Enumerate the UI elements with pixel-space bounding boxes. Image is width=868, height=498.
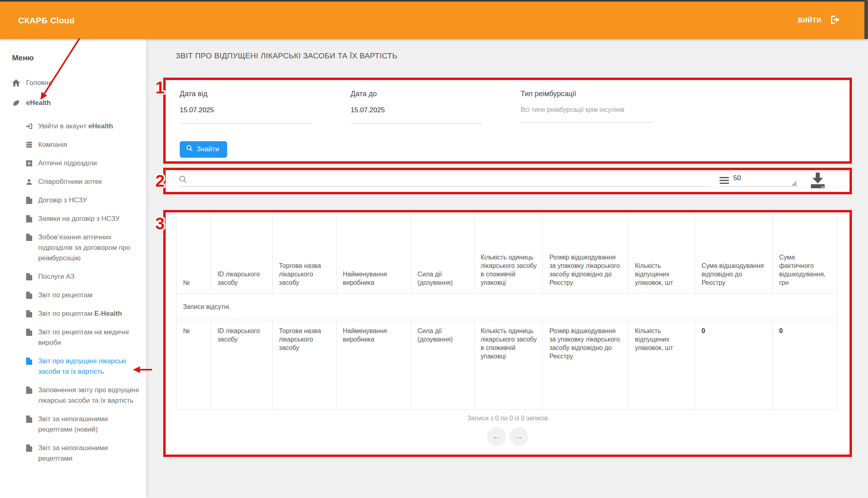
sidebar-item-ehealth[interactable]: eHealth (12, 93, 139, 113)
results-table: № ID лікарського засобу Торгова назва лі… (176, 214, 837, 410)
sidebar-item-dispensed-medicines-report[interactable]: Звіт про відпущені лікарські засоби та ї… (26, 352, 139, 381)
plus-square-icon (26, 160, 32, 167)
file-icon (26, 197, 32, 204)
reimbursement-type-select[interactable]: Всі типи реімбурсації крім інсулінів (521, 106, 665, 113)
search-icon (179, 175, 187, 185)
footer-packs-dispensed: Кількість відпущених упаковок, шт (628, 320, 695, 410)
file-icon (26, 416, 32, 423)
search-button[interactable]: Знайти (180, 141, 227, 158)
sign-out-icon (831, 15, 841, 26)
sidebar: Меню Головна eHealth Увійти в акаунт eHe… (0, 39, 146, 498)
footer-dosage: Сила дії (дозування) (411, 320, 474, 410)
sidebar-item-unredeemed-prescriptions-new[interactable]: Звіт за непогашеними рецептами (новий) (26, 410, 139, 439)
sidebar-item-nszu-contract[interactable]: Договір з НСЗУ (26, 191, 139, 210)
col-medicine-id[interactable]: ID лікарського засобу (211, 214, 272, 294)
sidebar-item-company[interactable]: Компанія (26, 136, 139, 154)
next-page-button[interactable]: → (509, 427, 528, 446)
col-packs-dispensed[interactable]: Кількість відпущених упаковок, шт (628, 214, 695, 294)
home-icon (12, 79, 20, 86)
table-footer-row: № ID лікарського засобу Торгова назва лі… (176, 320, 837, 410)
file-icon (26, 234, 32, 241)
footer-trade-name: Торгова назва лікарського засобу (272, 320, 336, 410)
reimbursement-type-field: Тип реімбурсації Всі типи реімбурсації к… (521, 90, 665, 123)
page-title: ЗВІТ ПРО ВІДПУЩЕНІ ЛІКАРСЬКІ ЗАСОБИ ТА Ї… (176, 51, 397, 60)
pagination: ← → (166, 427, 850, 446)
footer-actual-sum-total: 0 (772, 320, 837, 410)
user-icon (26, 178, 32, 185)
download-icon (810, 172, 825, 189)
sidebar-item-az-services[interactable]: Послуги АЗ (26, 268, 139, 286)
sidebar-item-unredeemed-prescriptions[interactable]: Звіт за непогашеними рецептами (26, 439, 139, 468)
file-icon (26, 215, 32, 222)
page-size-select[interactable]: 50 (733, 174, 741, 182)
table-empty-row: Записи відсутні. (176, 294, 837, 320)
reimbursement-type-label: Тип реімбурсації (521, 90, 665, 98)
logout-label: ВИЙТИ (798, 17, 821, 24)
app-header: СКАРБ Cloud ВИЙТИ (0, 2, 868, 39)
sidebar-item-prescription-report[interactable]: Звіт по рецептам (26, 286, 139, 305)
annotation-step-2: 2 (155, 171, 164, 191)
sidebar-item-ehealth-login[interactable]: Увійти в акаунт eHealth (26, 117, 139, 136)
file-icon (26, 358, 32, 365)
app-brand: СКАРБ Cloud (18, 16, 75, 25)
col-manufacturer[interactable]: Найменування виробника (336, 214, 411, 294)
annotation-step-1: 1 (155, 78, 164, 97)
date-from-input[interactable]: 15.07.2025 (180, 106, 312, 114)
reimbursement-type-underline (521, 122, 652, 123)
sidebar-ehealth-submenu: Увійти в акаунт eHealth Компанія Аптечні… (12, 117, 139, 468)
file-icon (26, 387, 32, 394)
logout-button[interactable]: ВИЙТИ (798, 2, 841, 39)
resize-corner-icon (791, 181, 796, 186)
sidebar-item-medical-devices-report[interactable]: Звіт по рецептам на медичні вироби (26, 323, 139, 352)
empty-message: Записи відсутні. (176, 294, 837, 320)
footer-units-per-pack: Кількість одиниць лікарського засобу в с… (474, 320, 543, 410)
date-from-label: Дата від (180, 90, 312, 98)
sidebar-item-nszu-contract-applications[interactable]: Заявки на договір з НСЗУ (26, 210, 139, 228)
date-to-label: Дата до (351, 90, 483, 98)
sidebar-menu-title: Меню (12, 54, 139, 62)
filters-panel: Дата від 15.07.2025 Дата до 15.07.2025 Т… (163, 78, 852, 164)
sidebar-item-pharmacy-staff[interactable]: Співробітники аптек (26, 173, 139, 191)
database-icon (26, 141, 32, 148)
col-reimbursement-sum[interactable]: Сума відшкодування відповідно до Реєстру (695, 214, 773, 294)
sign-in-icon (26, 123, 32, 130)
file-icon (26, 329, 32, 336)
col-units-per-pack[interactable]: Кількість одиниць лікарського засобу в с… (474, 214, 543, 294)
date-to-input[interactable]: 15.07.2025 (351, 106, 483, 114)
results-panel: № ID лікарського засобу Торгова назва лі… (163, 210, 852, 457)
footer-number: № (176, 320, 211, 410)
footer-medicine-id: ID лікарського засобу (211, 320, 272, 410)
table-search-input[interactable] (179, 186, 712, 187)
search-icon (186, 145, 193, 154)
col-reimbursement-per-pack[interactable]: Розмір відшкодування за упаковку лікарсь… (543, 214, 628, 294)
col-dosage[interactable]: Сила дії (дозування) (411, 214, 474, 294)
sidebar-item-reimbursement-obligations[interactable]: Зобов’язання аптечних підрозділів за дог… (26, 228, 139, 268)
arrow-right-icon: → (515, 432, 523, 441)
table-header-row: № ID лікарського засобу Торгова назва лі… (176, 214, 837, 294)
footer-manufacturer: Найменування виробника (336, 320, 411, 410)
table-info: Записи з 0 по 0 із 0 записів (166, 415, 850, 422)
footer-reimbursement-per-pack: Розмір відшкодування за упаковку лікарсь… (543, 320, 628, 410)
file-icon (26, 273, 32, 280)
date-from-underline (180, 123, 311, 123)
file-icon (26, 444, 32, 452)
col-trade-name[interactable]: Торгова назва лікарського засобу (272, 214, 336, 294)
previous-page-button[interactable]: ← (487, 427, 506, 446)
list-icon (720, 177, 729, 185)
col-number[interactable]: № (176, 214, 211, 294)
scrollbar-edge (864, 0, 868, 39)
date-to-field: Дата до 15.07.2025 (351, 90, 483, 123)
date-from-field: Дата від 15.07.2025 (180, 90, 312, 123)
download-button[interactable] (810, 172, 825, 191)
leaf-icon (12, 99, 20, 107)
window-top-edge (0, 0, 868, 2)
file-icon (26, 292, 32, 299)
table-toolbar: 50 (163, 168, 852, 194)
col-actual-sum[interactable]: Сума фактичного відшкодування, грн (772, 214, 837, 294)
annotation-step-3: 3 (155, 214, 164, 233)
sidebar-item-home[interactable]: Головна (12, 73, 139, 93)
sidebar-item-pharmacy-units[interactable]: Аптечні підрозділи (26, 154, 139, 173)
sidebar-item-fill-dispensed-medicines-report[interactable]: Заповнення звіту про відпущені лікарські… (26, 381, 139, 410)
page-size-underline (720, 186, 798, 187)
sidebar-item-prescription-report-ehealth[interactable]: Звіт по рецептам E-Health (26, 305, 139, 323)
